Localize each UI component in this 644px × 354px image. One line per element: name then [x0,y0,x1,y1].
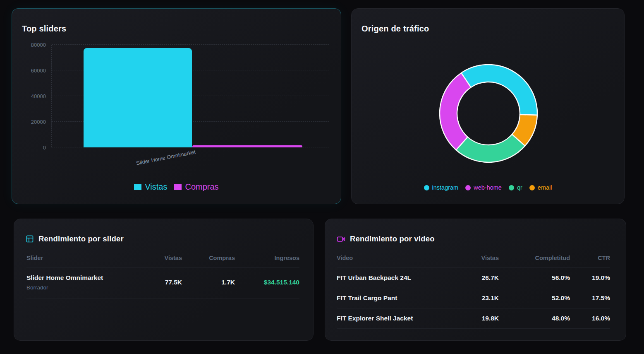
column-header: Slider [26,255,134,261]
legend-dot [509,185,514,190]
slider-table-title: Rendimiento por slider [38,234,124,243]
slider-table-body: Slider Home OmnimarketBorrador77.5K1.7K$… [26,268,299,299]
legend-label: Vistas [145,182,167,192]
row-value-cell: 23.1K [449,294,499,302]
table-row: Slider Home OmnimarketBorrador77.5K1.7K$… [26,268,299,299]
bar-chart-legend: VistasCompras [12,182,341,192]
row-value-cell: 52.0% [499,294,570,302]
row-status: Borrador [26,284,134,291]
table-row: FIT Trail Cargo Pant23.1K52.0%17.5% [337,288,610,308]
slider-table-header: Rendimiento por slider [26,234,124,243]
row-name-cell: FIT Urban Backpack 24L [337,274,449,282]
video-table-panel: Rendimiento por video VideoVistasComplet… [325,219,626,341]
row-value-cell: 17.5% [570,294,610,302]
y-tick-label: 60000 [31,67,46,74]
legend-item-qr[interactable]: qr [509,184,522,191]
row-title: Slider Home Omnimarket [26,274,134,282]
bar-chart-plot [51,45,329,147]
video-table-head: VideoVistasCompletitudCTR [337,255,610,268]
traffic-legend: instagramweb-homeqremail [352,184,624,191]
row-value-cell: 56.0% [499,274,570,282]
row-value-cell: 19.0% [570,274,610,282]
legend-item-instagram[interactable]: instagram [424,184,459,191]
legend-item-web-home[interactable]: web-home [465,184,502,191]
legend-dot [465,185,471,190]
table-row: FIT Urban Backpack 24L26.7K56.0%19.0% [337,268,610,288]
video-table-body: FIT Urban Backpack 24L26.7K56.0%19.0%FIT… [337,268,610,329]
row-value-cell: 16.0% [570,315,610,322]
row-name-cell: Slider Home OmnimarketBorrador [26,274,134,291]
row-title: FIT Explorer Shell Jacket [337,315,449,322]
row-value-cell: 48.0% [499,315,570,322]
traffic-title: Origen de tráfico [362,24,429,34]
table-icon [26,235,34,243]
row-title: FIT Urban Backpack 24L [337,274,449,282]
slider-table: SliderVistasComprasIngresos Slider Home … [26,255,299,299]
legend-dot [424,185,429,190]
row-title: FIT Trail Cargo Pant [337,294,449,302]
video-table-header: Rendimiento por video [337,234,435,243]
column-header: Ingresos [235,255,299,261]
legend-label: Compras [185,182,218,192]
legend-item-vistas[interactable]: Vistas [134,182,167,192]
row-value-cell: 19.8K [449,315,499,322]
row-value-cell: 77.5K [134,279,182,286]
y-tick-label: 80000 [31,42,46,48]
legend-label: web-home [474,184,502,191]
legend-label: qr [517,184,522,191]
traffic-panel: Origen de tráfico instagramweb-homeqrema… [351,8,625,204]
legend-item-email[interactable]: email [529,184,552,191]
top-sliders-title: Top sliders [22,24,66,34]
legend-swatch [134,184,141,190]
table-row: FIT Explorer Shell Jacket19.8K48.0%16.0% [337,308,610,329]
y-tick-label: 0 [43,144,46,151]
legend-swatch [174,184,182,190]
column-header: CTR [570,255,610,261]
row-value-cell: 26.7K [449,274,499,282]
legend-label: email [538,184,552,191]
y-tick-label: 20000 [31,119,46,125]
y-tick-label: 40000 [31,93,46,99]
doughnut-slice-web-home [440,73,471,150]
row-value-cell: 1.7K [182,279,235,286]
column-header: Completitud [499,255,570,261]
gridline [52,44,329,45]
video-table-title: Rendimiento por video [350,234,435,243]
video-icon [337,235,345,243]
traffic-doughnut-chart [435,60,542,167]
legend-label: instagram [432,184,459,191]
doughnut-slice-instagram [461,65,537,115]
legend-item-compras[interactable]: Compras [174,182,218,192]
video-table: VideoVistasCompletitudCTR FIT Urban Back… [337,255,610,329]
column-header: Vistas [449,255,499,261]
row-name-cell: FIT Trail Cargo Pant [337,294,449,302]
slider-table-panel: Rendimiento por slider SliderVistasCompr… [14,219,314,341]
bar-vistas [84,48,192,147]
column-header: Vistas [134,255,182,261]
column-header: Video [337,255,449,261]
legend-dot [529,185,535,190]
bar-chart-y-axis: 020000400006000080000 [12,45,46,147]
row-name-cell: FIT Explorer Shell Jacket [337,315,449,322]
row-value-cell: $34.515.140 [235,279,299,286]
slider-table-head: SliderVistasComprasIngresos [26,255,299,268]
top-sliders-panel: Top sliders 020000400006000080000 Slider… [12,8,341,204]
column-header: Compras [182,255,235,261]
